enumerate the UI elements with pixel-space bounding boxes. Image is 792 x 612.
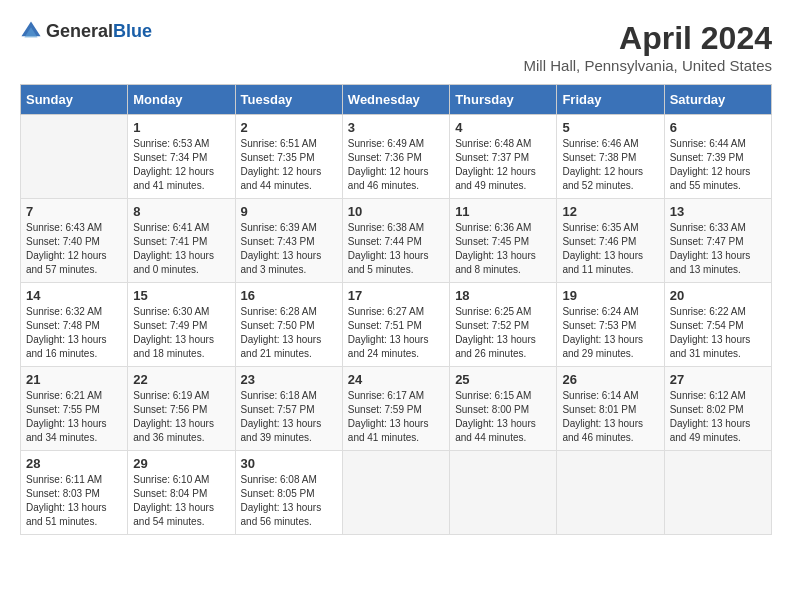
day-number: 6	[670, 120, 766, 135]
sunset-line: Sunset: 8:01 PM	[562, 403, 658, 417]
sunrise-line: Sunrise: 6:51 AM	[241, 137, 337, 151]
sunrise-line: Sunrise: 6:36 AM	[455, 221, 551, 235]
sunrise-line: Sunrise: 6:35 AM	[562, 221, 658, 235]
daylight-line: Daylight: 13 hours and 41 minutes.	[348, 417, 444, 445]
sunset-line: Sunset: 7:45 PM	[455, 235, 551, 249]
day-number: 21	[26, 372, 122, 387]
main-title: April 2024	[524, 20, 772, 57]
calendar-week-row: 28Sunrise: 6:11 AMSunset: 8:03 PMDayligh…	[21, 451, 772, 535]
calendar-cell: 4Sunrise: 6:48 AMSunset: 7:37 PMDaylight…	[450, 115, 557, 199]
calendar-cell	[557, 451, 664, 535]
day-number: 12	[562, 204, 658, 219]
calendar-cell: 16Sunrise: 6:28 AMSunset: 7:50 PMDayligh…	[235, 283, 342, 367]
header-tuesday: Tuesday	[235, 85, 342, 115]
daylight-line: Daylight: 12 hours and 49 minutes.	[455, 165, 551, 193]
cell-content: 1Sunrise: 6:53 AMSunset: 7:34 PMDaylight…	[133, 120, 229, 193]
header-wednesday: Wednesday	[342, 85, 449, 115]
cell-content: 18Sunrise: 6:25 AMSunset: 7:52 PMDayligh…	[455, 288, 551, 361]
sunrise-line: Sunrise: 6:17 AM	[348, 389, 444, 403]
cell-content: 8Sunrise: 6:41 AMSunset: 7:41 PMDaylight…	[133, 204, 229, 277]
cell-content: 14Sunrise: 6:32 AMSunset: 7:48 PMDayligh…	[26, 288, 122, 361]
header-friday: Friday	[557, 85, 664, 115]
daylight-line: Daylight: 13 hours and 18 minutes.	[133, 333, 229, 361]
sunrise-line: Sunrise: 6:53 AM	[133, 137, 229, 151]
calendar-cell: 3Sunrise: 6:49 AMSunset: 7:36 PMDaylight…	[342, 115, 449, 199]
daylight-line: Daylight: 13 hours and 34 minutes.	[26, 417, 122, 445]
day-number: 24	[348, 372, 444, 387]
header-monday: Monday	[128, 85, 235, 115]
calendar-cell: 15Sunrise: 6:30 AMSunset: 7:49 PMDayligh…	[128, 283, 235, 367]
calendar-cell: 5Sunrise: 6:46 AMSunset: 7:38 PMDaylight…	[557, 115, 664, 199]
calendar-cell: 19Sunrise: 6:24 AMSunset: 7:53 PMDayligh…	[557, 283, 664, 367]
day-number: 25	[455, 372, 551, 387]
cell-content: 3Sunrise: 6:49 AMSunset: 7:36 PMDaylight…	[348, 120, 444, 193]
cell-content: 21Sunrise: 6:21 AMSunset: 7:55 PMDayligh…	[26, 372, 122, 445]
cell-content: 19Sunrise: 6:24 AMSunset: 7:53 PMDayligh…	[562, 288, 658, 361]
sunset-line: Sunset: 8:04 PM	[133, 487, 229, 501]
header-saturday: Saturday	[664, 85, 771, 115]
calendar-cell: 14Sunrise: 6:32 AMSunset: 7:48 PMDayligh…	[21, 283, 128, 367]
daylight-line: Daylight: 12 hours and 55 minutes.	[670, 165, 766, 193]
sunrise-line: Sunrise: 6:28 AM	[241, 305, 337, 319]
sunrise-line: Sunrise: 6:18 AM	[241, 389, 337, 403]
sunrise-line: Sunrise: 6:15 AM	[455, 389, 551, 403]
day-number: 7	[26, 204, 122, 219]
daylight-line: Daylight: 13 hours and 21 minutes.	[241, 333, 337, 361]
calendar-cell: 18Sunrise: 6:25 AMSunset: 7:52 PMDayligh…	[450, 283, 557, 367]
cell-content: 30Sunrise: 6:08 AMSunset: 8:05 PMDayligh…	[241, 456, 337, 529]
sunset-line: Sunset: 8:02 PM	[670, 403, 766, 417]
sunset-line: Sunset: 7:56 PM	[133, 403, 229, 417]
daylight-line: Daylight: 13 hours and 56 minutes.	[241, 501, 337, 529]
day-number: 19	[562, 288, 658, 303]
daylight-line: Daylight: 13 hours and 39 minutes.	[241, 417, 337, 445]
daylight-line: Daylight: 13 hours and 16 minutes.	[26, 333, 122, 361]
sunrise-line: Sunrise: 6:48 AM	[455, 137, 551, 151]
sunset-line: Sunset: 8:03 PM	[26, 487, 122, 501]
sunset-line: Sunset: 7:47 PM	[670, 235, 766, 249]
sunset-line: Sunset: 7:41 PM	[133, 235, 229, 249]
daylight-line: Daylight: 13 hours and 11 minutes.	[562, 249, 658, 277]
day-number: 1	[133, 120, 229, 135]
day-number: 28	[26, 456, 122, 471]
cell-content: 27Sunrise: 6:12 AMSunset: 8:02 PMDayligh…	[670, 372, 766, 445]
sunrise-line: Sunrise: 6:27 AM	[348, 305, 444, 319]
day-number: 27	[670, 372, 766, 387]
calendar-cell: 22Sunrise: 6:19 AMSunset: 7:56 PMDayligh…	[128, 367, 235, 451]
cell-content: 25Sunrise: 6:15 AMSunset: 8:00 PMDayligh…	[455, 372, 551, 445]
daylight-line: Daylight: 13 hours and 54 minutes.	[133, 501, 229, 529]
calendar-cell: 24Sunrise: 6:17 AMSunset: 7:59 PMDayligh…	[342, 367, 449, 451]
sunrise-line: Sunrise: 6:10 AM	[133, 473, 229, 487]
logo: GeneralBlue	[20, 20, 152, 42]
sunset-line: Sunset: 7:38 PM	[562, 151, 658, 165]
sunrise-line: Sunrise: 6:21 AM	[26, 389, 122, 403]
daylight-line: Daylight: 12 hours and 41 minutes.	[133, 165, 229, 193]
sunrise-line: Sunrise: 6:41 AM	[133, 221, 229, 235]
day-number: 13	[670, 204, 766, 219]
calendar-cell: 17Sunrise: 6:27 AMSunset: 7:51 PMDayligh…	[342, 283, 449, 367]
cell-content: 13Sunrise: 6:33 AMSunset: 7:47 PMDayligh…	[670, 204, 766, 277]
daylight-line: Daylight: 13 hours and 8 minutes.	[455, 249, 551, 277]
calendar-cell: 10Sunrise: 6:38 AMSunset: 7:44 PMDayligh…	[342, 199, 449, 283]
daylight-line: Daylight: 13 hours and 0 minutes.	[133, 249, 229, 277]
sunset-line: Sunset: 7:51 PM	[348, 319, 444, 333]
cell-content: 23Sunrise: 6:18 AMSunset: 7:57 PMDayligh…	[241, 372, 337, 445]
sunset-line: Sunset: 8:05 PM	[241, 487, 337, 501]
daylight-line: Daylight: 12 hours and 46 minutes.	[348, 165, 444, 193]
sunset-line: Sunset: 7:49 PM	[133, 319, 229, 333]
calendar-cell: 21Sunrise: 6:21 AMSunset: 7:55 PMDayligh…	[21, 367, 128, 451]
sunset-line: Sunset: 8:00 PM	[455, 403, 551, 417]
calendar-cell: 11Sunrise: 6:36 AMSunset: 7:45 PMDayligh…	[450, 199, 557, 283]
cell-content: 12Sunrise: 6:35 AMSunset: 7:46 PMDayligh…	[562, 204, 658, 277]
sunset-line: Sunset: 7:55 PM	[26, 403, 122, 417]
logo-icon	[20, 20, 42, 42]
page-header: GeneralBlue April 2024 Mill Hall, Pennsy…	[20, 20, 772, 74]
day-number: 17	[348, 288, 444, 303]
cell-content: 9Sunrise: 6:39 AMSunset: 7:43 PMDaylight…	[241, 204, 337, 277]
calendar-cell: 9Sunrise: 6:39 AMSunset: 7:43 PMDaylight…	[235, 199, 342, 283]
daylight-line: Daylight: 12 hours and 52 minutes.	[562, 165, 658, 193]
calendar-cell	[21, 115, 128, 199]
cell-content: 11Sunrise: 6:36 AMSunset: 7:45 PMDayligh…	[455, 204, 551, 277]
sunrise-line: Sunrise: 6:25 AM	[455, 305, 551, 319]
daylight-line: Daylight: 13 hours and 29 minutes.	[562, 333, 658, 361]
day-number: 2	[241, 120, 337, 135]
